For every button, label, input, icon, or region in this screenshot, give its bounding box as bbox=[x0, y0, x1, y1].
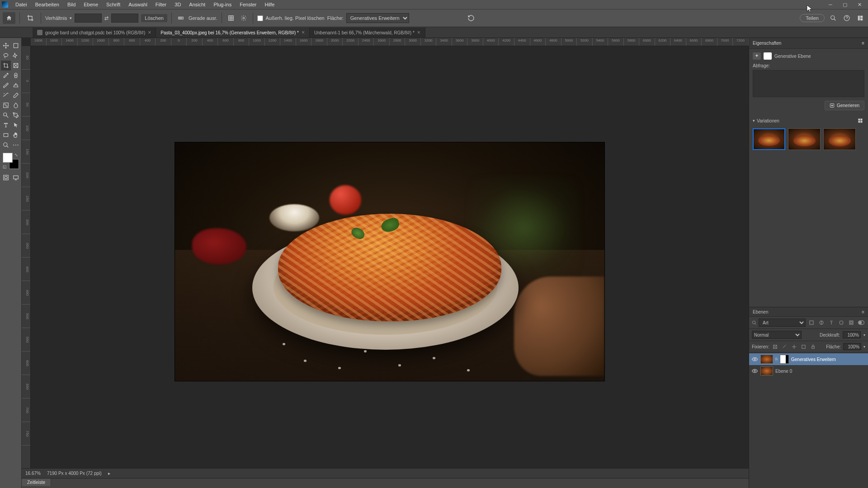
variation-thumb[interactable] bbox=[788, 128, 821, 150]
layer-mask-thumbnail[interactable] bbox=[780, 355, 789, 364]
tab-close-icon[interactable]: × bbox=[302, 29, 305, 36]
filter-toggle-icon[interactable] bbox=[857, 319, 865, 327]
clear-button[interactable]: Löschen bbox=[141, 14, 167, 22]
blur-tool-icon[interactable] bbox=[11, 100, 21, 110]
document-tab[interactable]: google bard und chatgpt.psdc bei 100% (R… bbox=[33, 28, 156, 38]
info-dropdown-icon[interactable]: ▸ bbox=[108, 471, 110, 476]
lasso-tool-icon[interactable] bbox=[1, 51, 11, 61]
fill-select[interactable]: Generatives Erweitern bbox=[346, 13, 409, 23]
filter-kind-select[interactable]: Art bbox=[759, 319, 806, 327]
layer-row[interactable]: ⎘ Generatives Erweitern bbox=[749, 353, 868, 365]
variation-thumb[interactable] bbox=[823, 128, 856, 150]
generate-button[interactable]: Generieren bbox=[825, 101, 864, 110]
artboard-tool-icon[interactable] bbox=[11, 41, 21, 51]
canvas[interactable] bbox=[31, 46, 749, 477]
default-colors-icon[interactable]: ◱ bbox=[3, 164, 7, 169]
panel-menu-icon[interactable]: ≡ bbox=[862, 41, 864, 46]
layer-thumbnail[interactable] bbox=[760, 355, 773, 364]
vertical-ruler[interactable]: 5005010015020025030035040045050055060065… bbox=[22, 46, 31, 477]
document-image[interactable] bbox=[175, 142, 604, 381]
tab-close-icon[interactable]: × bbox=[417, 29, 420, 36]
menu-datei[interactable]: Datei bbox=[12, 1, 31, 8]
layer-thumbnail[interactable] bbox=[760, 366, 773, 375]
move-tool-icon[interactable] bbox=[1, 41, 11, 51]
blend-mode-select[interactable]: Normal bbox=[752, 331, 802, 339]
window-minimize-icon[interactable]: ─ bbox=[824, 0, 837, 9]
spot-heal-tool-icon[interactable] bbox=[11, 70, 21, 80]
dropdown-icon[interactable]: ▾ bbox=[863, 333, 865, 337]
hand-tool-icon[interactable] bbox=[11, 130, 21, 140]
grid-view-icon[interactable] bbox=[856, 117, 864, 125]
fill-input[interactable] bbox=[843, 343, 861, 350]
path-select-tool-icon[interactable] bbox=[11, 120, 21, 130]
query-input[interactable] bbox=[753, 70, 864, 97]
ratio-width-input[interactable] bbox=[75, 14, 102, 23]
pen-tool-icon[interactable] bbox=[11, 110, 21, 120]
settings-gear-icon[interactable] bbox=[239, 13, 249, 23]
swap-dimensions-icon[interactable]: ⇄ bbox=[104, 15, 108, 21]
menu-ansicht[interactable]: Ansicht bbox=[185, 1, 209, 8]
horizontal-ruler[interactable]: 1800160014001200100080060040020002004006… bbox=[31, 38, 749, 46]
crop-tool-icon[interactable] bbox=[1, 61, 11, 70]
menu-hilfe[interactable]: Hilfe bbox=[261, 1, 278, 8]
layer-name[interactable]: Generatives Erweitern bbox=[791, 357, 836, 362]
panel-menu-icon[interactable]: ≡ bbox=[862, 310, 864, 314]
screen-mode-icon[interactable] bbox=[11, 173, 21, 183]
zoom-tool-icon[interactable] bbox=[1, 140, 11, 150]
lock-artboard-icon[interactable] bbox=[800, 343, 807, 350]
tab-close-icon[interactable]: × bbox=[148, 29, 151, 36]
menu-3d[interactable]: 3D bbox=[171, 1, 184, 8]
properties-panel-header[interactable]: Eigenschaften ≡ bbox=[749, 38, 868, 49]
document-tab[interactable]: Pasta_03_4000px.jpeg bei 16,7% (Generati… bbox=[156, 28, 310, 38]
zoom-level[interactable]: 16.67% bbox=[25, 471, 41, 476]
variations-header[interactable]: ▾ Variationen bbox=[753, 117, 864, 125]
dodge-tool-icon[interactable] bbox=[1, 110, 11, 120]
window-close-icon[interactable]: ✕ bbox=[853, 0, 866, 9]
quick-mask-icon[interactable] bbox=[1, 173, 11, 183]
menu-plugins[interactable]: Plug-ins bbox=[210, 1, 235, 8]
ratio-height-input[interactable] bbox=[111, 14, 138, 23]
timeline-tab[interactable]: Zeitleiste bbox=[22, 479, 51, 486]
help-icon[interactable] bbox=[842, 13, 852, 23]
clone-stamp-tool-icon[interactable] bbox=[11, 80, 21, 90]
lock-position-icon[interactable] bbox=[790, 343, 797, 350]
reset-crop-icon[interactable] bbox=[466, 13, 476, 23]
menu-bild[interactable]: Bild bbox=[64, 1, 79, 8]
filter-pixel-icon[interactable] bbox=[807, 319, 816, 327]
history-brush-tool-icon[interactable] bbox=[1, 90, 11, 100]
filter-shape-icon[interactable] bbox=[837, 319, 845, 327]
menu-bearbeiten[interactable]: Bearbeiten bbox=[32, 1, 63, 8]
search-icon[interactable] bbox=[828, 13, 838, 23]
workspace-icon[interactable] bbox=[855, 13, 865, 23]
gradient-tool-icon[interactable] bbox=[1, 100, 11, 110]
delete-cropped-checkbox[interactable] bbox=[257, 15, 263, 21]
layer-row[interactable]: Ebene 0 bbox=[749, 365, 868, 377]
menu-fenster[interactable]: Fenster bbox=[236, 1, 260, 8]
lock-brush-icon[interactable] bbox=[781, 343, 788, 350]
lock-all-icon[interactable] bbox=[809, 343, 816, 350]
ratio-dropdown-icon[interactable]: ▾ bbox=[70, 16, 72, 20]
type-tool-icon[interactable] bbox=[1, 120, 11, 130]
eraser-tool-icon[interactable] bbox=[11, 90, 21, 100]
dropdown-icon[interactable]: ▾ bbox=[863, 345, 865, 349]
quick-select-tool-icon[interactable] bbox=[11, 51, 21, 61]
brush-tool-icon[interactable] bbox=[1, 80, 11, 90]
edit-toolbar-icon[interactable]: ⋯ bbox=[11, 140, 21, 150]
layer-name[interactable]: Ebene 0 bbox=[775, 369, 792, 374]
window-maximize-icon[interactable]: ▢ bbox=[838, 0, 852, 9]
rectangle-tool-icon[interactable] bbox=[1, 130, 11, 140]
lock-pixels-icon[interactable] bbox=[771, 343, 778, 350]
menu-auswahl[interactable]: Auswahl bbox=[125, 1, 151, 8]
menu-ebene[interactable]: Ebene bbox=[80, 1, 102, 8]
visibility-icon[interactable] bbox=[752, 357, 758, 361]
frame-tool-icon[interactable] bbox=[11, 61, 21, 70]
layers-panel-header[interactable]: Ebenen ≡ bbox=[749, 307, 868, 317]
home-button[interactable] bbox=[3, 12, 15, 24]
filter-adjust-icon[interactable] bbox=[817, 319, 826, 327]
filter-smart-icon[interactable] bbox=[847, 319, 855, 327]
eyedropper-tool-icon[interactable] bbox=[1, 70, 11, 80]
straighten-icon[interactable] bbox=[176, 13, 186, 23]
filter-type-icon[interactable]: T bbox=[827, 319, 835, 327]
color-swatches[interactable]: ⤡ ◱ bbox=[3, 153, 19, 169]
opacity-input[interactable] bbox=[843, 331, 861, 338]
